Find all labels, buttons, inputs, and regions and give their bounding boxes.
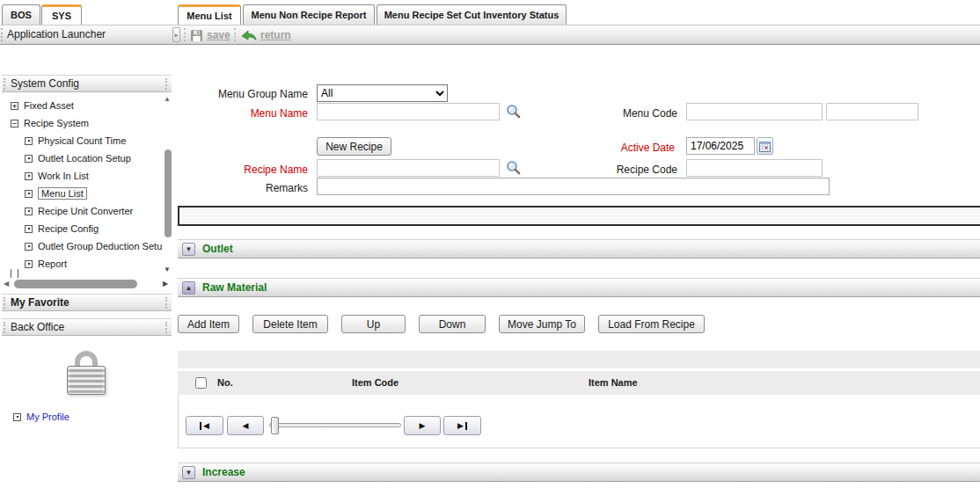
next-page-button[interactable]: ▶	[404, 416, 441, 435]
menu-group-select[interactable]: All	[317, 84, 448, 102]
leaf-icon	[13, 413, 21, 421]
section-increase-title: Increase	[202, 463, 245, 482]
save-button[interactable]: save	[190, 27, 230, 43]
toolbar-separator	[234, 28, 236, 41]
first-page-icon	[200, 422, 201, 430]
select-all-checkbox[interactable]	[195, 377, 207, 389]
my-profile-label: My Profile	[26, 412, 69, 422]
tab-menu-list[interactable]: Menu List	[178, 4, 241, 25]
sidebar-item-fixed-asset[interactable]: + Fixed Asset	[11, 98, 74, 113]
sidebar-item-outlet-group-deduction-setup[interactable]: Outlet Group Deduction Setu	[25, 238, 164, 254]
leaf-icon	[25, 243, 33, 251]
section-increase[interactable]: ▼ Increase	[178, 463, 980, 482]
tab-menu-non-recipe-report-label: Menu Non Recipe Report	[252, 10, 367, 20]
sidebar-item-work-in-list[interactable]: Work In List	[25, 168, 89, 184]
tab-sys[interactable]: SYS	[41, 4, 82, 25]
section-outlet[interactable]: ▼ Outlet	[178, 239, 980, 259]
leaf-icon	[25, 225, 33, 233]
next-arrow-icon: ▶	[457, 421, 464, 430]
active-date-input[interactable]	[686, 137, 755, 155]
sidebar-item-outlet-location-setup[interactable]: Outlet Location Setup	[25, 150, 131, 166]
handle-arrow-icon: ▸	[175, 32, 179, 38]
section-raw-material-title: Raw Material	[202, 279, 267, 297]
tab-menu-list-label: Menu List	[186, 11, 231, 21]
sidebar-item-menu-list[interactable]: Menu List	[25, 186, 87, 201]
return-button[interactable]: return	[241, 27, 291, 43]
sidebar-item-recipe-system[interactable]: − Recipe System	[11, 115, 89, 131]
scroll-right-icon[interactable]: ▶	[163, 280, 168, 288]
column-no: No.	[217, 371, 233, 395]
system-config-label: System Config	[11, 77, 79, 90]
menu-group-name-label: Menu Group Name	[132, 88, 308, 100]
collapse-toggle-icon[interactable]: ▼	[182, 466, 195, 479]
delete-item-button[interactable]: Delete Item	[252, 315, 328, 333]
plus-icon	[11, 269, 18, 278]
my-favorite-label: My Favorite	[11, 296, 69, 309]
tab-bos[interactable]: BOS	[2, 4, 40, 25]
toolbar-collapse-handle[interactable]: ▸	[172, 27, 180, 42]
leaf-icon	[25, 172, 33, 180]
pager-slider-track[interactable]	[269, 423, 401, 427]
calendar-icon	[759, 141, 771, 152]
menu-code-input[interactable]	[686, 103, 823, 120]
down-button[interactable]: Down	[419, 315, 486, 333]
return-icon	[241, 29, 257, 41]
tab-bos-label: BOS	[11, 10, 32, 20]
sidebar-panel-back-office[interactable]: Back Office	[2, 318, 172, 336]
lock-icon	[67, 366, 106, 395]
sidebar-item-report[interactable]: Report	[25, 256, 67, 272]
remarks-label: Remarks	[132, 182, 308, 194]
section-outlet-title: Outlet	[202, 240, 233, 259]
save-icon	[190, 29, 203, 42]
tree-item-partial[interactable]	[11, 269, 18, 278]
menu-code-input-2[interactable]	[826, 103, 918, 120]
section-raw-material[interactable]: ▲ Raw Material	[178, 278, 980, 297]
scroll-down-icon[interactable]: ▼	[164, 266, 171, 273]
tree-item-label: Recipe Unit Converter	[38, 206, 133, 216]
sidebar-panel-my-favorite[interactable]: My Favorite	[2, 294, 172, 311]
expand-toggle-icon[interactable]: ▲	[182, 281, 195, 295]
last-page-icon	[465, 422, 467, 430]
tab-menu-non-recipe-report[interactable]: Menu Non Recipe Report	[243, 4, 375, 25]
new-recipe-button[interactable]: New Recipe	[317, 137, 391, 156]
tree-item-label: Recipe System	[24, 118, 89, 128]
up-button[interactable]: Up	[341, 315, 406, 333]
leaf-icon	[25, 260, 33, 268]
remarks-input[interactable]	[317, 178, 830, 195]
tree-item-label: Fixed Asset	[24, 100, 74, 111]
main-toolbar: Application Launcher ▸ save return	[0, 25, 980, 45]
recipe-name-label: Recipe Name	[132, 164, 308, 176]
tree-item-label: Report	[38, 259, 67, 269]
minus-icon[interactable]: −	[11, 120, 18, 127]
sidebar-item-recipe-unit-converter[interactable]: Recipe Unit Converter	[25, 203, 133, 219]
pager-slider-handle[interactable]	[271, 417, 279, 434]
app-launcher-title: Application Launcher	[7, 25, 106, 44]
calendar-button[interactable]	[757, 137, 773, 155]
sidebar-item-physical-count-time[interactable]: Physical Count Time	[25, 133, 126, 149]
next-arrow-icon: ▶	[420, 421, 426, 430]
tab-menu-recipe-set-cut-inventory-status-label: Menu Recipe Set Cut Inventory Status	[384, 10, 559, 20]
recipe-code-label: Recipe Code	[501, 164, 677, 176]
minus-glyph: −	[12, 120, 17, 127]
recipe-name-input[interactable]	[317, 159, 500, 177]
sidebar-item-my-profile[interactable]: My Profile	[13, 409, 69, 425]
tab-sys-label: SYS	[52, 11, 71, 21]
collapse-toggle-icon[interactable]: ▼	[182, 243, 195, 256]
move-jump-to-button[interactable]: Move Jump To	[499, 315, 585, 333]
scroll-left-icon[interactable]: ◀	[4, 280, 9, 288]
last-page-button[interactable]: ▶	[443, 416, 481, 435]
plus-icon[interactable]: +	[11, 102, 18, 110]
leaf-icon	[25, 208, 33, 215]
prev-page-button[interactable]: ◀	[227, 416, 264, 435]
add-item-button[interactable]: Add Item	[178, 315, 239, 333]
save-label: save	[207, 29, 230, 41]
prev-arrow-icon: ◀	[203, 421, 209, 430]
menu-name-input[interactable]	[317, 103, 500, 120]
tree-item-label: Outlet Location Setup	[38, 153, 131, 164]
tab-menu-recipe-set-cut-inventory-status[interactable]: Menu Recipe Set Cut Inventory Status	[377, 4, 567, 25]
load-from-recipe-button[interactable]: Load From Recipe	[598, 315, 705, 333]
first-page-button[interactable]: ◀	[186, 416, 223, 435]
horizontal-scrollbar-thumb[interactable]	[14, 280, 137, 288]
recipe-code-input[interactable]	[686, 159, 823, 177]
sidebar-item-recipe-config[interactable]: Recipe Config	[25, 221, 99, 237]
